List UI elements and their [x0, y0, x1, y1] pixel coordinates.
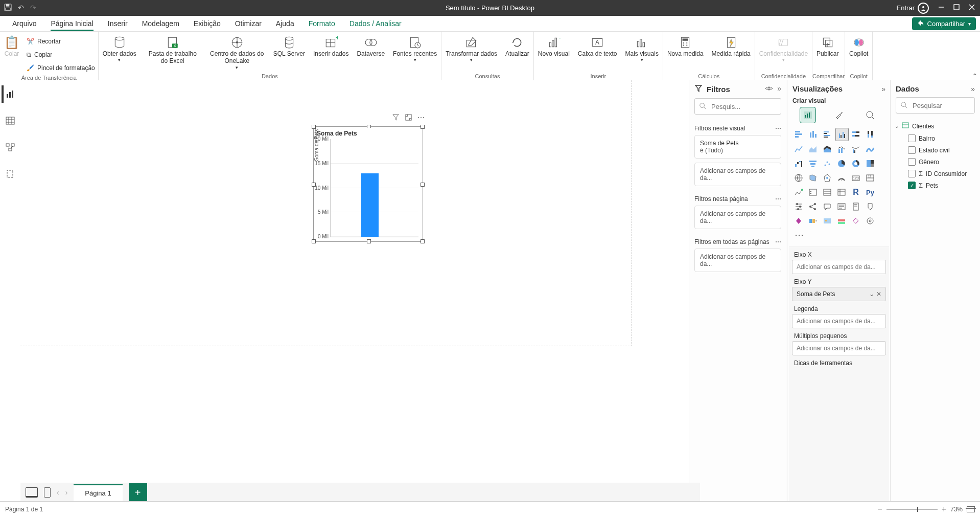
- model-view-button[interactable]: [2, 139, 19, 156]
- checkbox[interactable]: [908, 146, 916, 154]
- share-button[interactable]: Compartilhar ▾: [912, 17, 976, 30]
- viz-line[interactable]: [792, 143, 805, 155]
- desktop-layout-icon[interactable]: [26, 487, 38, 498]
- page-next[interactable]: ›: [65, 488, 68, 497]
- tab-data-analyze[interactable]: Dados / Analisar: [349, 16, 402, 31]
- zoom-in-button[interactable]: +: [942, 505, 946, 514]
- viz-py[interactable]: Py: [864, 186, 876, 198]
- viz-stacked-area[interactable]: [821, 143, 833, 155]
- cut-button[interactable]: ✂️ Recortar: [24, 35, 98, 48]
- get-data-button[interactable]: Obter dados ▾: [99, 33, 141, 71]
- excel-workbook-button[interactable]: X Pasta de trabalho do Excel: [141, 33, 205, 71]
- viz-slicer[interactable]: [807, 186, 819, 198]
- recent-sources-button[interactable]: Fontes recentes ▾: [389, 33, 441, 71]
- fit-to-page-button[interactable]: [967, 506, 975, 512]
- viz-stacked-bar[interactable]: [792, 128, 805, 140]
- eye-icon[interactable]: [765, 84, 773, 94]
- viz-table[interactable]: [821, 186, 833, 198]
- collapse-pane-icon[interactable]: »: [777, 84, 781, 94]
- well-legend-drop[interactable]: Adicionar os campos de da...: [792, 314, 886, 328]
- text-box-button[interactable]: A Caixa de texto: [574, 33, 621, 63]
- viz-stacked-column[interactable]: [807, 128, 819, 140]
- tab-help[interactable]: Ajuda: [276, 16, 294, 31]
- tab-format[interactable]: Formato: [309, 16, 335, 31]
- redo-button[interactable]: ↷: [30, 4, 36, 13]
- collapse-ribbon-button[interactable]: ⌃: [972, 72, 978, 80]
- format-painter-button[interactable]: 🖌️ Pincel de formatação: [24, 61, 98, 75]
- checkbox[interactable]: [908, 158, 916, 166]
- well-y-drop[interactable]: Soma de Pets ⌄ ✕: [792, 287, 886, 301]
- tab-file[interactable]: Arquivo: [12, 16, 36, 31]
- viz-azure-map[interactable]: [821, 172, 833, 184]
- zoom-out-button[interactable]: −: [877, 505, 882, 514]
- tab-modeling[interactable]: Modelagem: [142, 16, 179, 31]
- more-visuals-button[interactable]: Mais visuais ▾: [621, 33, 663, 63]
- visual-more-icon[interactable]: ⋯: [417, 114, 425, 123]
- viz-matrix[interactable]: [835, 186, 848, 198]
- viz-line-clustered[interactable]: [850, 143, 862, 155]
- publish-button[interactable]: Publicar: [812, 33, 843, 57]
- viz-gauge[interactable]: [835, 172, 848, 184]
- visual-filter-icon[interactable]: [392, 114, 400, 123]
- viz-pie[interactable]: [835, 158, 848, 170]
- viz-multi-card[interactable]: 12: [864, 172, 876, 184]
- new-measure-button[interactable]: Nova medida: [663, 33, 708, 57]
- viz-donut[interactable]: [850, 158, 862, 170]
- filter-add-fields-page[interactable]: Adicionar os campos de da...: [694, 206, 781, 229]
- new-visual-button[interactable]: + Novo visual: [534, 33, 574, 63]
- well-x-drop[interactable]: Adicionar os campos de da...: [792, 260, 886, 274]
- checkbox[interactable]: [908, 170, 916, 177]
- save-button[interactable]: [4, 4, 12, 13]
- viz-paginated[interactable]: [850, 200, 862, 213]
- close-button[interactable]: [969, 4, 978, 12]
- tab-optimize[interactable]: Otimizar: [235, 16, 262, 31]
- viz-powerapps[interactable]: [792, 215, 805, 227]
- page-prev[interactable]: ‹: [57, 488, 59, 497]
- field-estado-civil[interactable]: Estado civil: [894, 144, 977, 156]
- signin-button[interactable]: Entrar: [897, 3, 929, 14]
- well-smallmult-drop[interactable]: Adicionar os campos de da...: [792, 341, 886, 355]
- checkbox[interactable]: [908, 134, 916, 142]
- viz-arcgis[interactable]: [821, 215, 833, 227]
- undo-button[interactable]: ↶: [18, 4, 24, 13]
- viz-waterfall[interactable]: [792, 158, 805, 170]
- field-bairro[interactable]: Bairro: [894, 132, 977, 144]
- transform-data-button[interactable]: Transformar dados ▾: [441, 33, 501, 63]
- viz-smart-narrative[interactable]: [835, 200, 848, 213]
- field-pets[interactable]: ✓ Σ Pets: [894, 179, 977, 191]
- minimize-button[interactable]: [938, 4, 944, 12]
- viz-kpi[interactable]: [792, 186, 805, 198]
- field-genero[interactable]: Gênero: [894, 156, 977, 168]
- collapse-pane-icon-3[interactable]: »: [971, 85, 975, 93]
- viz-scatter[interactable]: [821, 158, 833, 170]
- visual-focus-icon[interactable]: [405, 114, 412, 123]
- page-tab-1[interactable]: Página 1: [74, 484, 122, 501]
- onelake-hub-button[interactable]: Centro de dados do OneLake ▾: [205, 33, 269, 71]
- viz-card[interactable]: 123: [850, 172, 862, 184]
- section-more-icon[interactable]: ⋯: [775, 125, 781, 132]
- viz-qa[interactable]: [821, 200, 833, 213]
- remove-field-icon[interactable]: ✕: [876, 290, 881, 298]
- viz-decomp-tree[interactable]: [807, 200, 819, 213]
- collapse-pane-icon-2[interactable]: »: [881, 85, 885, 93]
- zoom-slider[interactable]: [886, 509, 938, 510]
- viz-area[interactable]: [807, 143, 819, 155]
- data-search-input[interactable]: [912, 101, 970, 110]
- viz-sparkline[interactable]: [835, 215, 848, 227]
- viz-goals[interactable]: [864, 200, 876, 213]
- build-visual-tab[interactable]: [800, 107, 815, 123]
- filter-search[interactable]: [694, 98, 781, 115]
- section-more-icon-2[interactable]: ⋯: [775, 195, 781, 203]
- dataverse-button[interactable]: Dataverse: [353, 33, 389, 71]
- section-more-icon-3[interactable]: ⋯: [775, 238, 781, 245]
- viz-key-influencers[interactable]: [792, 200, 805, 213]
- quick-measure-button[interactable]: Medida rápida: [708, 33, 755, 57]
- viz-r[interactable]: R: [850, 186, 862, 198]
- viz-clustered-column[interactable]: [835, 128, 849, 141]
- viz-treemap[interactable]: [864, 158, 876, 170]
- chevron-down-icon[interactable]: ⌄: [869, 290, 874, 298]
- viz-custom2[interactable]: [864, 215, 876, 227]
- report-view-button[interactable]: [2, 85, 19, 103]
- dax-view-button[interactable]: [2, 165, 19, 183]
- enter-data-button[interactable]: + Inserir dados: [309, 33, 353, 71]
